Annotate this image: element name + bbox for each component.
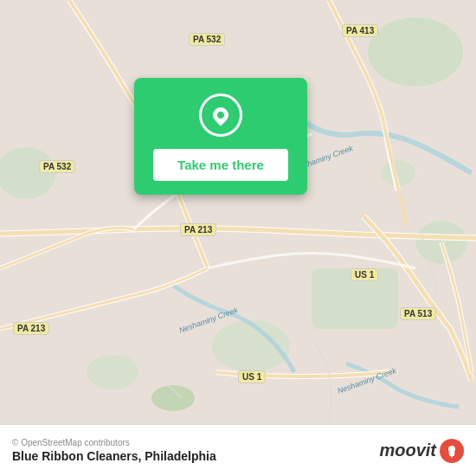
road-label-pa513: PA 513 [400,307,436,320]
road-label-us1-right: US 1 [351,268,378,281]
road-label-us1-bottom: US 1 [238,370,266,383]
svg-point-9 [448,446,455,453]
bottom-left: © OpenStreetMap contributors Blue Ribbon… [12,438,216,463]
bottom-bar: © OpenStreetMap contributors Blue Ribbon… [0,424,476,476]
road-label-pa532-top: PA 532 [189,33,225,46]
road-label-pa413: PA 413 [342,24,378,37]
pin-icon [209,104,231,125]
road-label-pa213-bottom: PA 213 [13,322,49,335]
moovit-logo: moovit [379,439,464,463]
map-container: PA 532 PA 413 PA 532 PA 213 PA 213 US 1 … [0,0,476,424]
svg-point-1 [368,17,463,87]
location-card: Take me there [134,78,307,195]
location-pin [199,93,242,137]
road-label-pa213-mid: PA 213 [180,223,216,236]
map-svg [0,0,476,424]
moovit-text: moovit [379,441,436,460]
road-label-pa532-left: PA 532 [39,160,75,173]
place-name: Blue Ribbon Cleaners, Philadelphia [12,449,216,463]
osm-credit: © OpenStreetMap contributors [12,438,216,447]
take-me-there-button[interactable]: Take me there [153,149,288,181]
svg-point-5 [87,355,138,389]
moovit-icon [440,439,464,463]
